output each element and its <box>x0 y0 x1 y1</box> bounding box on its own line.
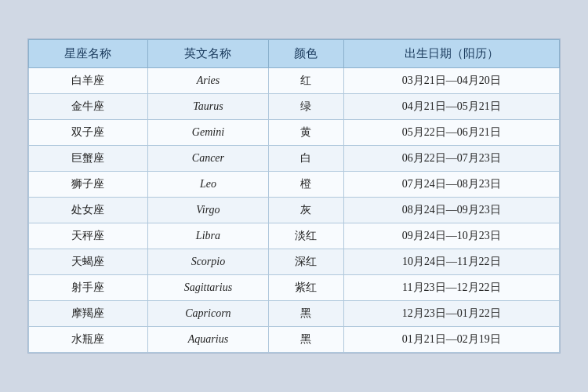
table-row: 双子座Gemini黄05月22日—06月21日 <box>29 120 560 146</box>
header-chinese-name: 星座名称 <box>29 40 148 68</box>
table-row: 巨蟹座Cancer白06月22日—07月23日 <box>29 146 560 172</box>
cell-english-name: Virgo <box>147 198 268 223</box>
cell-color: 淡红 <box>269 223 344 249</box>
table-row: 天秤座Libra淡红09月24日—10月23日 <box>29 223 560 249</box>
table-row: 金牛座Taurus绿04月21日—05月21日 <box>29 94 560 120</box>
cell-color: 白 <box>269 146 344 172</box>
cell-english-name: Sagittarius <box>147 275 268 301</box>
table-row: 白羊座Aries红03月21日—04月20日 <box>29 68 560 94</box>
cell-english-name: Libra <box>147 223 268 249</box>
cell-color: 黑 <box>269 327 344 353</box>
cell-dates: 01月21日—02月19日 <box>343 327 559 353</box>
cell-color: 黑 <box>269 301 344 327</box>
table-row: 天蝎座Scorpio深红10月24日—11月22日 <box>29 249 560 275</box>
table-row: 射手座Sagittarius紫红11月23日—12月22日 <box>29 275 560 301</box>
cell-english-name: Scorpio <box>147 249 268 275</box>
cell-chinese-name: 白羊座 <box>29 68 148 94</box>
table-row: 水瓶座Aquarius黑01月21日—02月19日 <box>29 327 560 353</box>
cell-chinese-name: 处女座 <box>29 198 148 223</box>
cell-color: 绿 <box>269 94 344 120</box>
cell-color: 灰 <box>269 198 344 223</box>
cell-chinese-name: 天秤座 <box>29 223 148 249</box>
table-row: 狮子座Leo橙07月24日—08月23日 <box>29 172 560 198</box>
cell-english-name: Cancer <box>147 146 268 172</box>
zodiac-table: 星座名称 英文名称 颜色 出生日期（阳历） 白羊座Aries红03月21日—04… <box>28 39 560 353</box>
zodiac-table-container: 星座名称 英文名称 颜色 出生日期（阳历） 白羊座Aries红03月21日—04… <box>27 38 561 354</box>
cell-color: 紫红 <box>269 275 344 301</box>
cell-chinese-name: 双子座 <box>29 120 148 146</box>
cell-chinese-name: 水瓶座 <box>29 327 148 353</box>
table-header-row: 星座名称 英文名称 颜色 出生日期（阳历） <box>29 40 560 68</box>
cell-dates: 10月24日—11月22日 <box>343 249 559 275</box>
cell-chinese-name: 金牛座 <box>29 94 148 120</box>
cell-dates: 12月23日—01月22日 <box>343 301 559 327</box>
table-row: 摩羯座Capricorn黑12月23日—01月22日 <box>29 301 560 327</box>
cell-dates: 06月22日—07月23日 <box>343 146 559 172</box>
cell-chinese-name: 狮子座 <box>29 172 148 198</box>
header-english-name: 英文名称 <box>147 40 268 68</box>
cell-english-name: Aquarius <box>147 327 268 353</box>
cell-dates: 04月21日—05月21日 <box>343 94 559 120</box>
header-color: 颜色 <box>269 40 344 68</box>
cell-color: 红 <box>269 68 344 94</box>
cell-dates: 09月24日—10月23日 <box>343 223 559 249</box>
cell-chinese-name: 射手座 <box>29 275 148 301</box>
cell-chinese-name: 摩羯座 <box>29 301 148 327</box>
header-dates: 出生日期（阳历） <box>343 40 559 68</box>
cell-dates: 05月22日—06月21日 <box>343 120 559 146</box>
cell-english-name: Taurus <box>147 94 268 120</box>
table-row: 处女座Virgo灰08月24日—09月23日 <box>29 198 560 223</box>
cell-dates: 08月24日—09月23日 <box>343 198 559 223</box>
cell-english-name: Capricorn <box>147 301 268 327</box>
cell-english-name: Gemini <box>147 120 268 146</box>
table-body: 白羊座Aries红03月21日—04月20日金牛座Taurus绿04月21日—0… <box>29 68 560 353</box>
cell-dates: 03月21日—04月20日 <box>343 68 559 94</box>
cell-english-name: Leo <box>147 172 268 198</box>
cell-color: 橙 <box>269 172 344 198</box>
cell-chinese-name: 天蝎座 <box>29 249 148 275</box>
cell-dates: 11月23日—12月22日 <box>343 275 559 301</box>
cell-dates: 07月24日—08月23日 <box>343 172 559 198</box>
cell-color: 深红 <box>269 249 344 275</box>
cell-english-name: Aries <box>147 68 268 94</box>
cell-chinese-name: 巨蟹座 <box>29 146 148 172</box>
cell-color: 黄 <box>269 120 344 146</box>
